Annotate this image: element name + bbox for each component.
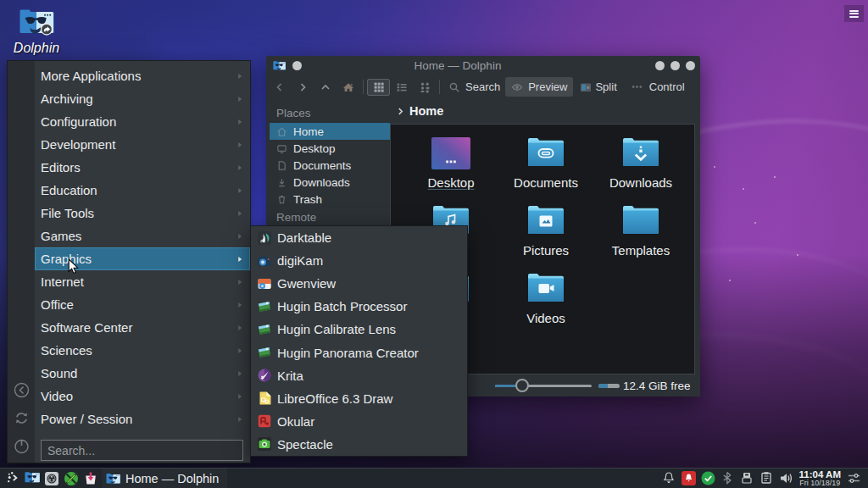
places-item-trash[interactable]: Trash: [270, 191, 390, 208]
folder-item-documents[interactable]: Documents: [498, 131, 593, 199]
submenu-arrow-icon: [236, 164, 243, 171]
menu-item-games[interactable]: Games: [35, 225, 250, 247]
dolphin-launcher-icon[interactable]: [25, 471, 40, 486]
home-button[interactable]: [337, 79, 359, 96]
taskbar: Home — Dolphin 11:04 AM Fri 10/18/19: [0, 468, 868, 488]
zoom-slider[interactable]: [495, 378, 592, 393]
app-launcher-button[interactable]: [7, 471, 20, 486]
places-item-documents[interactable]: Documents: [270, 157, 390, 174]
documents-icon: [276, 160, 287, 171]
updates-alert-icon[interactable]: [682, 471, 696, 485]
menu-item-sound[interactable]: Sound: [35, 362, 250, 385]
up-button[interactable]: [314, 79, 337, 96]
dolphin-window-icon: [273, 60, 286, 71]
menu-item-development[interactable]: Development: [35, 133, 250, 156]
menu-item-file-tools[interactable]: File Tools: [35, 202, 250, 225]
bluetooth-icon[interactable]: [721, 471, 735, 485]
menu-item-more-applications[interactable]: More Applications: [35, 64, 250, 87]
submenu-arrow-icon: [236, 256, 243, 263]
submenu-item-darktable[interactable]: Darktable: [251, 226, 467, 249]
split-button[interactable]: Split: [575, 78, 621, 96]
submenu-item-label: Darktable: [277, 230, 331, 245]
menu-item-editors[interactable]: Editors: [35, 156, 250, 179]
wallpaper-star: [797, 254, 798, 256]
forward-button[interactable]: [291, 79, 314, 96]
window-maximize-button[interactable]: [670, 61, 680, 70]
submenu-arrow-icon: [236, 233, 243, 240]
places-item-downloads[interactable]: Downloads: [270, 174, 390, 191]
submenu-item-spectacle[interactable]: Spectacle: [251, 433, 467, 456]
menu-item-software-center[interactable]: Software Center: [35, 316, 250, 339]
breadcrumb-home[interactable]: Home: [409, 104, 443, 118]
submenu-arrow-icon: [236, 96, 243, 103]
window-titlebar[interactable]: Home — Dolphin: [266, 56, 700, 75]
volume-icon[interactable]: [779, 471, 793, 485]
search-button-label: Search: [465, 80, 500, 93]
compact-view-button[interactable]: [413, 79, 436, 96]
package-app-icon[interactable]: [83, 471, 98, 486]
clipboard-icon[interactable]: [760, 471, 774, 485]
lens-app-icon[interactable]: [44, 471, 59, 486]
menu-item-internet[interactable]: Internet: [35, 270, 250, 293]
taskbar-task-dolphin[interactable]: Home — Dolphin: [102, 469, 227, 488]
green-ball-app-icon[interactable]: [64, 471, 79, 486]
folder-item-pictures[interactable]: Pictures: [498, 199, 593, 267]
places-item-label: Desktop: [293, 142, 336, 155]
folder-item-downloads[interactable]: Downloads: [593, 131, 688, 199]
menu-shutdown-icon[interactable]: [14, 438, 30, 454]
submenu-item-krita[interactable]: Krita: [251, 364, 467, 387]
desktop-icon-dolphin[interactable]: Dolphin: [0, 8, 73, 56]
icons-view-button[interactable]: [367, 79, 390, 96]
menu-restart-icon[interactable]: [14, 410, 30, 426]
submenu-item-okular[interactable]: Okular: [251, 410, 467, 433]
folder-icon: [621, 137, 660, 169]
vault-ok-icon[interactable]: [701, 471, 715, 485]
submenu-item-gwenview[interactable]: Gwenview: [251, 272, 467, 295]
menu-back-icon[interactable]: [14, 382, 30, 398]
search-button[interactable]: Search: [443, 78, 505, 96]
folder-item-videos[interactable]: Videos: [498, 267, 593, 335]
submenu-item-digikam[interactable]: digiKam: [251, 249, 467, 272]
submenu-item-hugin-batch-processor[interactable]: Hugin Batch Processor: [251, 295, 467, 318]
status-sliders-icon[interactable]: [847, 471, 861, 485]
folder-icon: [526, 205, 565, 237]
menu-search-input[interactable]: Search...: [41, 440, 243, 461]
menu-item-office[interactable]: Office: [35, 293, 250, 316]
places-item-home[interactable]: Home: [270, 123, 390, 140]
menu-item-power-session[interactable]: Power / Session: [35, 408, 250, 430]
places-item-label: Downloads: [293, 176, 350, 189]
submenu-item-libreoffice-6-3-draw[interactable]: LibreOffice 6.3 Draw: [251, 387, 467, 410]
details-view-button[interactable]: [390, 79, 413, 96]
back-button[interactable]: [268, 79, 291, 96]
submenu-item-label: Hugin Batch Processor: [277, 299, 407, 313]
submenu-item-hugin-panorama-creator[interactable]: Hugin Panorama Creator: [251, 341, 467, 363]
submenu-item-hugin-calibrate-lens[interactable]: Hugin Calibrate Lens: [251, 318, 467, 341]
preview-button-label: Preview: [528, 80, 567, 93]
menu-item-sciences[interactable]: Sciences: [35, 339, 250, 362]
window-close-button[interactable]: [686, 61, 695, 70]
lodraw-icon: [258, 391, 271, 405]
menu-item-education[interactable]: Education: [35, 179, 250, 202]
zoom-slider-knob[interactable]: [515, 379, 529, 392]
notifications-bell-icon[interactable]: [662, 471, 676, 485]
menu-item-video[interactable]: Video: [35, 385, 250, 408]
folder-item-desktop[interactable]: Desktop: [403, 131, 498, 199]
folder-item-templates[interactable]: Templates: [593, 199, 688, 267]
hamburger-line: [849, 16, 859, 18]
desktop-toolbox-button[interactable]: [844, 5, 864, 22]
hugin-icon: [258, 300, 271, 313]
window-minimize-button[interactable]: [655, 61, 665, 70]
menu-item-label: More Applications: [41, 69, 236, 83]
preview-button[interactable]: Preview: [505, 77, 573, 97]
clock-time: 11:04 AM: [799, 469, 841, 480]
menu-item-archiving[interactable]: Archiving: [35, 87, 250, 110]
menu-item-graphics[interactable]: Graphics: [35, 247, 250, 270]
window-pin-button[interactable]: [292, 61, 302, 70]
control-button-label: Control: [649, 80, 685, 93]
clock[interactable]: 11:04 AM Fri 10/18/19: [799, 469, 841, 488]
places-item-desktop[interactable]: Desktop: [270, 140, 390, 157]
control-button[interactable]: Control: [626, 78, 690, 96]
menu-item-configuration[interactable]: Configuration: [35, 110, 250, 133]
submenu-item-label: Krita: [277, 369, 303, 383]
device-icon[interactable]: [740, 471, 754, 485]
